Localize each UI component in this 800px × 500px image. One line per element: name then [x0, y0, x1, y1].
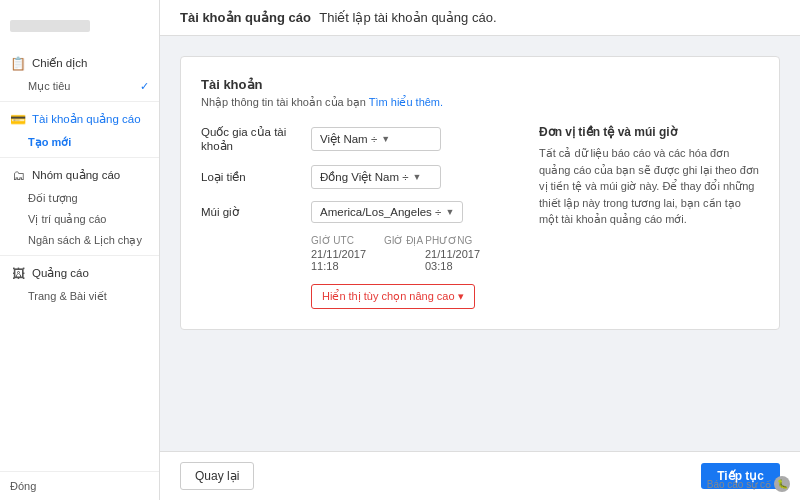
tai-khoan-icon: 💳 — [10, 111, 26, 127]
sidebar-label-chien-dich: Chiến dịch — [32, 56, 87, 70]
main-content: Tài khoản quảng cáo Thiết lập tài khoản … — [160, 0, 800, 500]
country-label: Quốc gia của tài khoản — [201, 125, 311, 153]
currency-value: Đồng Việt Nam ÷ — [320, 170, 409, 184]
sidebar-subitem-ngan-sach[interactable]: Ngân sách & Lịch chạy — [0, 230, 159, 251]
utc-value: 21/11/2017 11:18 — [311, 248, 395, 272]
sidebar-label-tao-moi: Tạo mới — [28, 136, 71, 149]
sidebar-label-quang-cao: Quảng cáo — [32, 266, 89, 280]
currency-select[interactable]: Đồng Việt Nam ÷ ▼ — [311, 165, 441, 189]
bug-report-label: Báo cáo sự cố — [707, 479, 771, 490]
sidebar-label-trang-bai: Trang & Bài viết — [28, 290, 107, 303]
sidebar-divider-3 — [0, 255, 159, 256]
sidebar-item-chien-dich[interactable]: 📋 Chiến dịch — [0, 50, 159, 76]
topbar-title-bold: Tài khoản quảng cáo — [180, 10, 311, 25]
content-area: Tài khoản Nhập thông tin tài khoản của b… — [160, 36, 800, 451]
bug-report[interactable]: Báo cáo sự cố 🐛 — [707, 476, 790, 492]
top-bar: Tài khoản quảng cáo Thiết lập tài khoản … — [160, 0, 800, 36]
country-row: Quốc gia của tài khoản Việt Nam ÷ ▼ — [201, 125, 509, 153]
sidebar-subitem-trang-bai[interactable]: Trang & Bài viết — [0, 286, 159, 307]
time-values: 21/11/2017 11:18 21/11/2017 03:18 — [311, 248, 509, 272]
country-value: Việt Nam ÷ — [320, 132, 377, 146]
top-bar-title: Tài khoản quảng cáo Thiết lập tài khoản … — [180, 10, 497, 25]
timezone-select[interactable]: America/Los_Angeles ÷ ▼ — [311, 201, 463, 223]
currency-arrow-icon: ▼ — [413, 172, 422, 182]
time-section: GIỜ UTC GIỜ ĐỊA PHƯƠNG 21/11/2017 11:18 … — [311, 235, 509, 272]
sidebar-logo — [0, 8, 159, 44]
local-value: 21/11/2017 03:18 — [425, 248, 509, 272]
country-arrow-icon: ▼ — [381, 134, 390, 144]
check-icon: ✓ — [140, 80, 149, 93]
time-labels: GIỜ UTC GIỜ ĐỊA PHƯƠNG — [311, 235, 509, 246]
topbar-title-normal: Thiết lập tài khoản quảng cáo. — [319, 10, 496, 25]
sidebar-item-quang-cao[interactable]: 🖼 Quảng cáo — [0, 260, 159, 286]
chien-dich-icon: 📋 — [10, 55, 26, 71]
bottom-bar: Quay lại Tiếp tục — [160, 451, 800, 500]
back-button[interactable]: Quay lại — [180, 462, 254, 490]
card-subtitle: Nhập thông tin tài khoản của bạn Tìm hiể… — [201, 96, 759, 109]
sidebar-label-doi-tuong: Đối tượng — [28, 192, 78, 205]
info-text: Tất cả dữ liệu báo cáo và các hóa đơn qu… — [539, 145, 759, 228]
card-title: Tài khoản — [201, 77, 759, 92]
sidebar-subitem-doi-tuong[interactable]: Đối tượng — [0, 188, 159, 209]
sidebar-subitem-tao-moi[interactable]: Tạo mới — [0, 132, 159, 153]
sidebar: 📋 Chiến dịch Mục tiêu ✓ 💳 Tài khoản quản… — [0, 0, 160, 500]
card-body: Quốc gia của tài khoản Việt Nam ÷ ▼ Loại… — [201, 125, 759, 309]
sidebar-subitem-vi-tri[interactable]: Vị trí quảng cáo — [0, 209, 159, 230]
sidebar-divider-2 — [0, 157, 159, 158]
sidebar-label-tai-khoan: Tài khoản quảng cáo — [32, 112, 141, 126]
sidebar-label-nhom-qc: Nhóm quảng cáo — [32, 168, 120, 182]
currency-label: Loại tiền — [201, 170, 311, 184]
timezone-label: Múi giờ — [201, 205, 311, 219]
sidebar-subitem-muc-tieu[interactable]: Mục tiêu ✓ — [0, 76, 159, 97]
sidebar-label-vi-tri: Vị trí quảng cáo — [28, 213, 107, 226]
utc-label: GIỜ UTC — [311, 235, 354, 246]
form-section: Quốc gia của tài khoản Việt Nam ÷ ▼ Loại… — [201, 125, 509, 309]
sidebar-item-nhom-qc[interactable]: 🗂 Nhóm quảng cáo — [0, 162, 159, 188]
card-subtitle-text: Nhập thông tin tài khoản của bạn — [201, 96, 366, 108]
sidebar-label-ngan-sach: Ngân sách & Lịch chạy — [28, 234, 142, 247]
info-section: Đơn vị tiền tệ và múi giờ Tất cả dữ liệu… — [539, 125, 759, 309]
sidebar-close[interactable]: Đóng — [0, 471, 159, 500]
info-title: Đơn vị tiền tệ và múi giờ — [539, 125, 759, 139]
currency-row: Loại tiền Đồng Việt Nam ÷ ▼ — [201, 165, 509, 189]
sidebar-divider-1 — [0, 101, 159, 102]
timezone-value: America/Los_Angeles ÷ — [320, 206, 441, 218]
timezone-row: Múi giờ America/Los_Angeles ÷ ▼ — [201, 201, 509, 223]
quang-cao-icon: 🖼 — [10, 265, 26, 281]
card-subtitle-link[interactable]: Tìm hiểu thêm. — [369, 96, 443, 108]
timezone-arrow-icon: ▼ — [445, 207, 454, 217]
logo-bar — [10, 20, 90, 32]
bug-icon: 🐛 — [774, 476, 790, 492]
local-label: GIỜ ĐỊA PHƯƠNG — [384, 235, 472, 246]
advanced-btn-label: Hiển thị tùy chọn nâng cao ▾ — [322, 290, 464, 303]
sidebar-label-muc-tieu: Mục tiêu — [28, 80, 70, 93]
account-card: Tài khoản Nhập thông tin tài khoản của b… — [180, 56, 780, 330]
advanced-options-button[interactable]: Hiển thị tùy chọn nâng cao ▾ — [311, 284, 475, 309]
sidebar-item-tai-khoan[interactable]: 💳 Tài khoản quảng cáo — [0, 106, 159, 132]
nhom-qc-icon: 🗂 — [10, 167, 26, 183]
country-select[interactable]: Việt Nam ÷ ▼ — [311, 127, 441, 151]
close-label: Đóng — [10, 480, 36, 492]
